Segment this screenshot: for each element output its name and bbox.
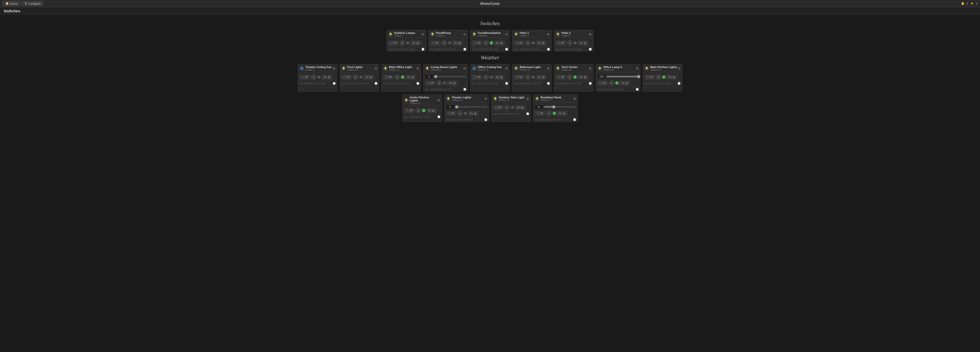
off-button[interactable]: Off [299, 75, 310, 79]
status-led [532, 75, 535, 78]
timestamp: Sun, 02/11/2018 12:30 AM [341, 82, 369, 85]
on-button[interactable]: On ⏻ [447, 81, 457, 85]
on-button[interactable]: On ⏻ [426, 109, 436, 113]
on-button[interactable]: On ⏻ [536, 41, 546, 45]
off-button[interactable]: Off [446, 111, 456, 116]
off-button[interactable]: Off [430, 41, 440, 45]
on-button[interactable]: On ⏻ [557, 111, 567, 116]
card-body: Off ● On ⏻ [428, 38, 468, 47]
on-button[interactable]: On ⏻ [578, 41, 588, 45]
slider-value[interactable]: 31 [535, 105, 543, 109]
on-button[interactable]: On ⏻ [494, 75, 504, 79]
slider-thumb[interactable] [434, 75, 437, 78]
settings-icon[interactable]: ⚙ [505, 67, 508, 70]
settings-icon[interactable]: ⚙ [416, 67, 419, 70]
settings-icon[interactable]: ⚙ [505, 32, 508, 36]
off-button[interactable]: Off [383, 75, 393, 79]
off-button[interactable]: Off [341, 75, 352, 79]
off-button[interactable]: Off [472, 75, 482, 79]
settings-icon[interactable]: ⚙ [437, 98, 440, 102]
slider-track[interactable] [455, 106, 487, 108]
slider-thumb[interactable] [637, 75, 640, 78]
dim-button[interactable]: ● [457, 110, 463, 116]
slider-row: 100 [597, 74, 639, 79]
off-button[interactable]: Off [555, 41, 566, 45]
settings-icon[interactable]: ⚙ [463, 67, 466, 70]
settings-icon[interactable]: ⚙ [678, 67, 681, 70]
dim-button[interactable]: ● [483, 74, 489, 80]
settings-icon[interactable]: ⚙ [589, 32, 592, 36]
settings-icon[interactable]: ⚙ [636, 67, 639, 70]
off-button[interactable]: Off [493, 106, 503, 110]
home-button[interactable]: 🏠 Home [3, 1, 20, 6]
dim-button[interactable]: ● [483, 40, 489, 46]
slider-value[interactable]: 100 [597, 74, 606, 79]
alert-icon: 🔔 [961, 2, 965, 5]
settings-icon[interactable]: ⚙ [332, 67, 336, 70]
off-button[interactable]: Off [404, 109, 414, 113]
on-button[interactable]: On ⏻ [452, 41, 462, 45]
settings-icon[interactable]: ⚙ [374, 67, 377, 70]
on-button[interactable]: On ⏻ [405, 75, 415, 79]
on-button[interactable]: On ⏻ [619, 81, 630, 85]
settings-icon[interactable]: ⚙ [589, 67, 592, 70]
settings-icon[interactable]: ⚙ [547, 67, 550, 70]
on-button[interactable]: On ⏻ [468, 111, 478, 116]
off-button[interactable]: Off [597, 81, 608, 85]
on-button[interactable]: On ⏻ [410, 41, 421, 45]
dim-button[interactable]: ● [609, 80, 614, 86]
off-button[interactable]: Off [514, 41, 524, 45]
dim-button[interactable]: ● [504, 105, 510, 110]
off-icon [515, 76, 518, 78]
control-row: Off ● On ⏻ [493, 105, 529, 110]
slider-track[interactable] [607, 76, 639, 77]
configure-button[interactable]: ⚙ Configure [22, 1, 43, 6]
off-button[interactable]: Off [472, 41, 482, 45]
dim-button[interactable]: ● [311, 74, 317, 80]
settings-icon[interactable]: ⚙ [526, 97, 529, 101]
settings-icon[interactable]: ⚙ [573, 97, 576, 101]
on-button[interactable]: On ⏻ [578, 75, 588, 79]
dim-button[interactable]: ● [395, 74, 400, 80]
on-button[interactable]: On ⏻ [363, 75, 374, 79]
dim-button[interactable]: ● [436, 80, 442, 86]
dim-button[interactable]: ● [353, 74, 358, 80]
power-icon: ⏻ [500, 42, 503, 45]
card-theater-lights: 💡 Theater Lights ZWave 24 ⚙ 0 [444, 94, 489, 122]
settings-icon[interactable]: ⚙ [463, 32, 466, 36]
off-button[interactable]: Off [535, 111, 545, 116]
dim-button[interactable]: ● [415, 108, 421, 113]
dim-button[interactable]: ● [525, 40, 531, 46]
slider-value[interactable]: 0 [425, 74, 433, 79]
card-header: 💡 Tech Center ZWave 16 ⚙ [554, 64, 593, 72]
dim-button[interactable]: ● [567, 74, 573, 80]
slider-thumb[interactable] [552, 106, 555, 109]
on-button[interactable]: On ⏻ [321, 75, 332, 79]
on-button[interactable]: On ⏻ [494, 41, 504, 45]
power-icon: ⏻ [369, 76, 372, 78]
off-button[interactable]: Off [644, 75, 655, 79]
slider-value[interactable]: 0 [446, 105, 454, 109]
slider-thumb[interactable] [455, 106, 458, 109]
settings-icon[interactable]: ⚙ [422, 32, 425, 36]
card-footer: Sat, 02/10/2018 11:40 PM 🕐 [512, 81, 552, 86]
settings-icon[interactable]: ⚙ [484, 97, 487, 101]
off-button[interactable]: Off [425, 81, 435, 85]
on-button[interactable]: On ⏻ [667, 75, 677, 79]
on-button[interactable]: On ⏻ [536, 75, 546, 79]
off-button[interactable]: Off [555, 75, 566, 79]
device-name: Main Office Light [389, 66, 412, 69]
dim-button[interactable]: ● [655, 74, 661, 80]
slider-track[interactable] [434, 76, 466, 77]
device-icon: 💡 [555, 32, 560, 37]
on-button[interactable]: On ⏻ [515, 106, 525, 110]
dim-button[interactable]: ● [546, 110, 552, 116]
off-button[interactable]: Off [388, 41, 399, 45]
off-button[interactable]: Off [514, 75, 524, 79]
settings-icon[interactable]: ⚙ [547, 32, 550, 36]
dim-button[interactable]: ● [399, 40, 405, 46]
slider-track[interactable] [544, 106, 576, 108]
dim-button[interactable]: ● [525, 74, 531, 80]
dim-button[interactable]: ● [567, 40, 573, 46]
dim-button[interactable]: ● [441, 40, 447, 46]
